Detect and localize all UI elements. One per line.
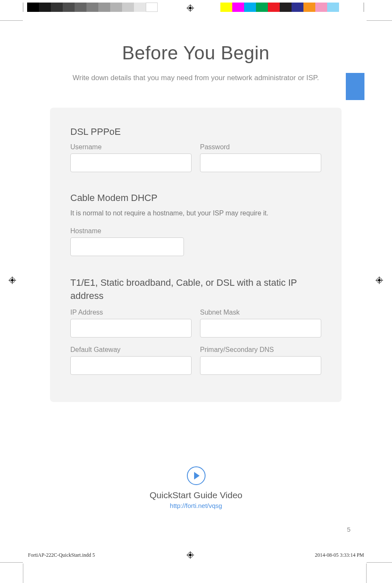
form-card: DSL PPPoE Username Password Cable Modem … — [50, 108, 342, 402]
crop-line — [367, 562, 392, 563]
hostname-label: Hostname — [70, 227, 184, 235]
section-heading-dsl: DSL PPPoE — [70, 126, 321, 137]
registration-mark-icon — [8, 276, 16, 284]
page-number: 5 — [347, 526, 350, 533]
crop-line — [0, 20, 23, 21]
section-tab — [346, 73, 364, 100]
password-field[interactable] — [200, 153, 321, 172]
hostname-field[interactable] — [70, 237, 184, 256]
registration-mark-icon — [186, 551, 194, 559]
registration-mark-icon — [375, 276, 383, 284]
dns-field[interactable] — [200, 356, 321, 375]
section-heading-static: T1/E1, Static broadband, Cable, or DSL w… — [70, 276, 321, 303]
dhcp-note: It is normal to not require a hostname, … — [70, 209, 321, 217]
video-link[interactable]: http://forti.net/vqsg — [170, 502, 222, 509]
gray-swatches — [27, 3, 158, 12]
registration-mark-icon — [186, 4, 194, 12]
video-block: QuickStart Guide Video http://forti.net/… — [0, 466, 392, 510]
crop-line — [366, 563, 367, 583]
page-title: Before You Begin — [50, 42, 342, 64]
ip-address-field[interactable] — [70, 319, 192, 338]
password-label: Password — [200, 143, 321, 151]
footer-date: 2014-08-05 3:33:14 PM — [315, 552, 364, 558]
page-content: Before You Begin Write down details that… — [50, 42, 342, 402]
default-gateway-label: Default Gateway — [70, 346, 192, 354]
crop-tick — [23, 3, 23, 12]
subnet-mask-label: Subnet Mask — [200, 309, 321, 316]
footer-slug: FortiAP-222C-QuickStart.indd 5 — [28, 552, 95, 558]
section-heading-dhcp: Cable Modem DHCP — [70, 192, 321, 204]
printer-color-bar — [0, 3, 392, 12]
dns-label: Primary/Secondary DNS — [200, 346, 321, 354]
crop-line — [367, 20, 392, 21]
crop-line — [23, 563, 23, 583]
subnet-mask-field[interactable] — [200, 319, 321, 338]
play-icon[interactable] — [187, 466, 206, 485]
video-title: QuickStart Guide Video — [0, 490, 392, 500]
crop-line — [0, 562, 23, 563]
default-gateway-field[interactable] — [70, 356, 192, 375]
color-swatches — [220, 3, 339, 12]
username-field[interactable] — [70, 153, 192, 172]
page-subtitle: Write down details that you may need fro… — [50, 74, 342, 82]
ip-address-label: IP Address — [70, 309, 192, 316]
crop-tick — [364, 3, 364, 12]
username-label: Username — [70, 143, 192, 151]
